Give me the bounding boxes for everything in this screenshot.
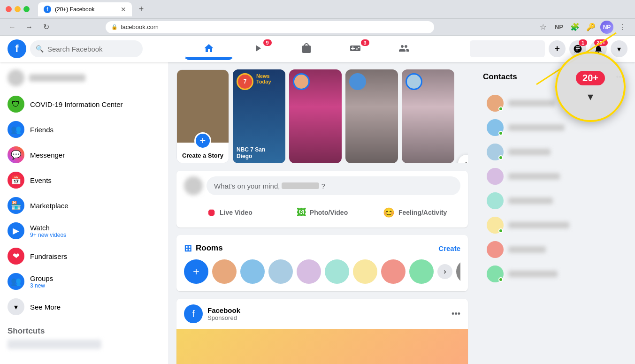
room-avatar-5[interactable] <box>325 259 349 284</box>
marketplace-label: Marketplace <box>30 202 69 210</box>
sidebar-item-events[interactable]: 📅 Events <box>4 168 165 192</box>
photo-video-button[interactable]: 🖼 Photo/Video <box>277 203 368 222</box>
contacts-search-button[interactable]: 🔍 <box>594 69 609 84</box>
nav-watch-button[interactable]: 9 <box>234 38 281 60</box>
watch-icon: ▶ <box>8 222 24 239</box>
create-story-card[interactable]: + Create a Story <box>176 69 229 163</box>
live-video-button[interactable]: ⏺ Live Video <box>184 203 275 222</box>
feed-card-more-button[interactable]: ••• <box>451 309 460 319</box>
nav-marketplace-button[interactable] <box>283 38 330 60</box>
stories-next-button[interactable]: › <box>458 155 468 163</box>
reload-button[interactable]: ↻ <box>39 21 53 34</box>
extension-key-icon[interactable]: 🔑 <box>584 21 597 34</box>
rooms-create-button[interactable]: Create <box>438 244 460 252</box>
feeling-activity-button[interactable]: 😊 Feeling/Activity <box>369 203 460 222</box>
star-bookmark-button[interactable]: ☆ <box>536 21 550 34</box>
contact-item-6[interactable] <box>483 214 627 236</box>
sidebar-item-covid[interactable]: 🛡 COVID-19 Information Center <box>4 92 165 116</box>
nav-gaming-button[interactable]: 3 <box>332 38 379 60</box>
contact-avatar-1 <box>487 95 504 112</box>
room-avatar-extra[interactable] <box>456 259 460 284</box>
story-card-4[interactable] <box>345 69 398 163</box>
facebook-logo[interactable]: f <box>8 39 26 58</box>
contact-online-indicator-2 <box>498 131 503 136</box>
sidebar-item-watch[interactable]: ▶ Watch 9+ new videos <box>4 219 165 243</box>
add-button[interactable]: + <box>549 40 566 57</box>
messenger-button[interactable]: 1 <box>569 40 586 57</box>
watch-text-group: Watch 9+ new videos <box>30 224 66 238</box>
address-bar[interactable]: 🔒 facebook.com <box>106 21 434 33</box>
room-add-button[interactable]: + <box>184 259 208 284</box>
shortcuts-title: Shortcuts <box>8 326 161 336</box>
extension-puzzle-icon[interactable]: 🧩 <box>568 21 581 34</box>
tab-close-button[interactable]: ✕ <box>121 6 126 13</box>
minimize-button[interactable] <box>15 6 21 12</box>
contact-item-1[interactable] <box>483 92 627 114</box>
contacts-more-button[interactable]: ••• <box>612 69 627 84</box>
room-avatar-7[interactable] <box>381 259 405 284</box>
news-today-label: News Today <box>256 73 285 84</box>
profile-avatar-browser[interactable]: NP <box>600 21 613 34</box>
story-card-nbc7[interactable]: 7 News Today NBC 7 San Diego <box>233 69 285 163</box>
new-tab-button[interactable]: + <box>135 3 148 16</box>
story-card-3[interactable] <box>289 69 342 163</box>
room-avatar-3[interactable] <box>268 259 293 284</box>
post-box: What's on your mind, ? ⏺ Live Video 🖼 Ph… <box>176 171 468 228</box>
rooms-next-button[interactable]: › <box>437 264 452 279</box>
traffic-lights <box>6 6 30 12</box>
contacts-video-button[interactable]: 📹 <box>575 69 590 84</box>
sidebar-item-fundraisers[interactable]: ❤ Fundraisers <box>4 244 165 268</box>
feeling-label: Feeling/Activity <box>398 209 447 216</box>
sidebar-user-profile[interactable] <box>4 66 165 90</box>
create-story-plus-icon: + <box>194 132 211 149</box>
contact-item-7[interactable] <box>483 238 627 261</box>
nav-center-icons: 9 3 <box>185 38 428 60</box>
nav-home-button[interactable] <box>185 38 232 60</box>
live-video-icon: ⏺ <box>207 207 216 218</box>
room-avatar-2[interactable] <box>240 259 265 284</box>
close-button[interactable] <box>6 6 12 12</box>
fullscreen-button[interactable] <box>23 6 30 12</box>
menu-button[interactable]: ▾ <box>611 40 627 57</box>
nav-groups-button[interactable] <box>381 38 428 60</box>
story-avatar-5 <box>405 73 422 90</box>
search-bar[interactable]: 🔍 <box>30 40 143 57</box>
contact-name-7 <box>508 246 546 253</box>
covid-label: COVID-19 Information Center <box>30 100 123 108</box>
post-divider <box>184 201 460 201</box>
room-avatar-1[interactable] <box>212 259 237 284</box>
contact-name-5 <box>508 197 553 204</box>
story-card-5[interactable] <box>402 69 454 163</box>
room-avatar-4[interactable] <box>297 259 321 284</box>
contact-avatar-7 <box>487 241 504 258</box>
center-feed: + Create a Story 7 News Today NBC 7 San … <box>169 62 475 364</box>
back-button[interactable]: ← <box>6 21 19 34</box>
contact-item-3[interactable] <box>483 141 627 163</box>
stories-nav-area: › <box>458 69 468 163</box>
contact-item-8[interactable] <box>483 263 627 285</box>
address-bar-row: ← → ↻ 🔒 facebook.com ☆ NP 🧩 🔑 NP ⋮ <box>0 19 635 36</box>
sidebar-item-marketplace[interactable]: 🏪 Marketplace <box>4 193 165 218</box>
sidebar-item-messenger[interactable]: 💬 Messenger <box>4 143 165 167</box>
contact-item-5[interactable] <box>483 190 627 212</box>
active-tab[interactable]: f (20+) Facebook ✕ <box>38 2 132 16</box>
contact-item-4[interactable] <box>483 165 627 188</box>
extension-more-button[interactable]: ⋮ <box>616 21 629 34</box>
contact-item-2[interactable] <box>483 116 627 139</box>
sidebar-item-groups[interactable]: 👥 Groups 3 new <box>4 269 165 294</box>
post-input-field[interactable]: What's on your mind, ? <box>207 176 460 195</box>
sidebar-item-friends[interactable]: 👥 Friends <box>4 117 165 142</box>
room-avatar-6[interactable] <box>353 259 377 284</box>
contact-name-3 <box>508 149 551 155</box>
rooms-title: ⊞ Rooms <box>184 243 223 254</box>
room-avatar-8[interactable] <box>409 259 434 284</box>
see-more-button[interactable]: ▾ See More <box>4 295 165 319</box>
groups-icon: 👥 <box>8 273 24 290</box>
forward-button[interactable]: → <box>23 21 36 34</box>
left-sidebar: 🛡 COVID-19 Information Center 👥 Friends … <box>0 62 169 364</box>
tab-title: (20+) Facebook <box>55 6 94 13</box>
search-input[interactable] <box>47 45 137 53</box>
covid-icon: 🛡 <box>8 96 24 113</box>
notifications-button[interactable]: 20+ <box>590 40 607 57</box>
rooms-label: Rooms <box>196 243 223 253</box>
